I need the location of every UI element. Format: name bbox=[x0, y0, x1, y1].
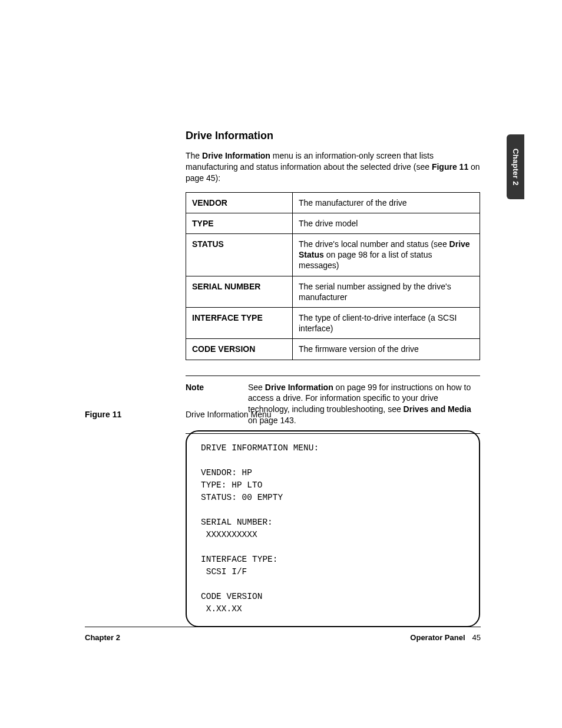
term-cell: STATUS bbox=[186, 234, 293, 276]
page: Chapter 2 Drive Information The Drive In… bbox=[0, 0, 562, 728]
content-column: Drive Information The Drive Information … bbox=[186, 130, 480, 434]
definition-cell: The drive's local number and status (see… bbox=[293, 234, 480, 276]
footer-rule bbox=[85, 627, 481, 627]
term-cell: CODE VERSION bbox=[186, 339, 293, 360]
definition-cell: The serial number assigned by the drive'… bbox=[293, 276, 480, 307]
term-cell: INTERFACE TYPE bbox=[186, 307, 293, 338]
note-label: Note bbox=[186, 382, 248, 427]
xref: Drive Information bbox=[265, 383, 333, 392]
section-heading: Drive Information bbox=[186, 130, 480, 142]
footer-chapter: Chapter 2 bbox=[85, 633, 120, 642]
chapter-thumb-tab: Chapter 2 bbox=[507, 134, 524, 199]
footer-section: Operator Panel bbox=[410, 633, 465, 642]
table-row: CODE VERSION The firmware version of the… bbox=[186, 339, 480, 360]
note-block: Note See Drive Information on page 99 fo… bbox=[186, 375, 480, 434]
term-cell: SERIAL NUMBER bbox=[186, 276, 293, 307]
definition-cell: The firmware version of the drive bbox=[293, 339, 480, 360]
page-footer: Chapter 2 Operator Panel 45 bbox=[85, 633, 481, 642]
table-row: INTERFACE TYPE The type of client-to-dri… bbox=[186, 307, 480, 338]
footer-right: Operator Panel 45 bbox=[410, 633, 481, 642]
note-body: See Drive Information on page 99 for ins… bbox=[248, 382, 480, 427]
definitions-table: VENDOR The manufacturer of the drive TYP… bbox=[186, 192, 480, 360]
table-row: TYPE The drive model bbox=[186, 213, 480, 233]
figure-xref: Figure 11 bbox=[432, 162, 468, 172]
footer-page-number: 45 bbox=[472, 633, 481, 642]
intro-paragraph: The Drive Information menu is an informa… bbox=[186, 150, 480, 184]
intro-text: The bbox=[186, 151, 202, 160]
term-cell: VENDOR bbox=[186, 192, 293, 213]
term-cell: TYPE bbox=[186, 213, 293, 233]
definition-cell: The drive model bbox=[293, 213, 480, 233]
figure-caption: Drive Information Menu bbox=[186, 410, 272, 419]
intro-bold-1: Drive Information bbox=[202, 151, 270, 160]
figure-caption-row: Figure 11 Drive Information Menu bbox=[85, 410, 480, 419]
definition-cell: The manufacturer of the drive bbox=[293, 192, 480, 213]
definition-cell: The type of client-to-drive interface (a… bbox=[293, 307, 480, 338]
figure-number: Figure 11 bbox=[85, 410, 186, 419]
table-row: VENDOR The manufacturer of the drive bbox=[186, 192, 480, 213]
table-row: SERIAL NUMBER The serial number assigned… bbox=[186, 276, 480, 307]
chapter-thumb-label: Chapter 2 bbox=[511, 149, 520, 186]
lcd-screen-display: DRIVE INFORMATION MENU: VENDOR: HP TYPE:… bbox=[186, 430, 480, 627]
table-row: STATUS The drive's local number and stat… bbox=[186, 234, 480, 276]
